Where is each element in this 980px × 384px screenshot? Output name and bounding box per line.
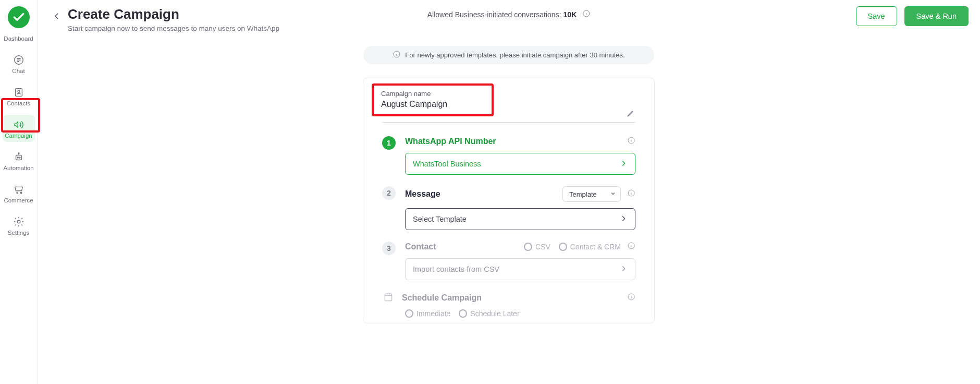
- chevron-right-icon: [619, 214, 628, 224]
- svg-rect-3: [16, 155, 21, 160]
- svg-point-8: [20, 192, 22, 194]
- message-type-selected: Template: [569, 190, 597, 198]
- step-body: Contact CSV Contact & CRM: [405, 242, 635, 280]
- notice-info-icon: [393, 50, 401, 60]
- schedule-radio-row: Immediate Schedule Later: [382, 309, 635, 318]
- calendar-icon: [383, 292, 394, 304]
- sidebar-item-label: Campaign: [5, 133, 32, 139]
- step-api-info-button[interactable]: [627, 136, 635, 147]
- step-api-number: 1 WhatsApp API Number WhatsTool Business: [382, 136, 635, 175]
- main-area: Create Campaign Start campaign now to se…: [38, 0, 980, 384]
- content: For newly approved templates, please ini…: [38, 37, 980, 384]
- sidebar-item-label: Automation: [3, 165, 33, 171]
- info-icon: [627, 136, 635, 145]
- campaign-card: Campaign name August Campaign . 1 WhatsA…: [363, 78, 655, 323]
- radio-icon: [524, 243, 532, 251]
- svg-rect-15: [385, 294, 391, 301]
- step-api-title: WhatsApp API Number: [405, 137, 496, 146]
- svg-point-6: [18, 153, 19, 154]
- sidebar-item-chat[interactable]: Chat: [3, 50, 35, 77]
- template-select-placeholder: Select Template: [413, 215, 467, 223]
- contacts-icon: [13, 87, 24, 98]
- schedule-radio-immediate[interactable]: Immediate: [405, 309, 450, 318]
- step-message: 2 Message Template: [382, 186, 635, 230]
- app-logo[interactable]: [8, 6, 30, 28]
- step-body: WhatsApp API Number WhatsTool Business: [405, 136, 635, 175]
- step-title-row: Message Template: [405, 186, 635, 202]
- pencil-icon: [626, 109, 635, 118]
- commerce-icon: [13, 184, 24, 195]
- logo-check-icon: [12, 10, 26, 24]
- api-number-selected: WhatsTool Business: [413, 160, 481, 168]
- chevron-right-icon: [619, 159, 628, 169]
- step-number-1: 1: [382, 136, 396, 150]
- notice-text: For newly approved templates, please ini…: [405, 51, 624, 59]
- import-contacts-select[interactable]: Import contacts from CSV: [405, 258, 635, 280]
- automation-icon: [13, 151, 24, 163]
- step-schedule-info-button[interactable]: [627, 293, 635, 303]
- step-body: Message Template: [405, 186, 635, 230]
- sidebar-item-automation[interactable]: Automation: [3, 147, 35, 174]
- schedule-radio-later[interactable]: Schedule Later: [459, 309, 519, 318]
- radio-label: Immediate: [416, 309, 450, 318]
- import-placeholder: Import contacts from CSV: [413, 265, 499, 273]
- chevron-right-icon: [619, 265, 628, 274]
- sidebar-item-dashboard[interactable]: Dashboard: [3, 31, 35, 45]
- contact-radio-group: CSV Contact & CRM: [524, 243, 621, 251]
- page-subtitle: Start campaign now to send messages to m…: [68, 25, 279, 32]
- allowance-prefix: Allowed Business-initiated conversations…: [427, 10, 561, 19]
- save-button[interactable]: Save: [856, 6, 897, 26]
- message-type-select[interactable]: Template: [562, 186, 621, 202]
- step-message-title: Message: [405, 189, 440, 199]
- campaign-name-row: .: [382, 93, 635, 123]
- chat-icon: [13, 54, 24, 66]
- notice-banner: For newly approved templates, please ini…: [363, 46, 654, 64]
- step-number-2: 2: [382, 186, 396, 200]
- sidebar-item-label: Dashboard: [4, 35, 33, 42]
- radio-icon: [559, 243, 567, 251]
- schedule-radio-group: Immediate Schedule Later: [405, 309, 635, 318]
- megaphone-icon: [13, 119, 24, 130]
- api-number-select[interactable]: WhatsTool Business: [405, 153, 635, 175]
- page-title: Create Campaign: [68, 6, 279, 22]
- step-contact-controls: CSV Contact & CRM: [524, 242, 635, 252]
- contact-radio-csv[interactable]: CSV: [524, 243, 550, 251]
- gear-icon: [13, 216, 24, 227]
- svg-point-9: [17, 220, 20, 223]
- radio-icon: [405, 309, 413, 318]
- chevron-left-icon: [52, 11, 62, 21]
- sidebar-item-label: Chat: [12, 68, 24, 74]
- topbar: Create Campaign Start campaign now to se…: [38, 0, 980, 37]
- radio-label: CSV: [535, 243, 550, 251]
- title-block: Create Campaign Start campaign now to se…: [68, 6, 279, 32]
- sidebar: Dashboard Chat Contacts Campaign Automat…: [0, 0, 38, 384]
- radio-label: Contact & CRM: [570, 243, 621, 251]
- svg-point-4: [17, 157, 18, 158]
- svg-point-2: [17, 90, 19, 92]
- sidebar-item-commerce[interactable]: Commerce: [3, 179, 35, 207]
- info-icon: [627, 242, 635, 250]
- radio-label: Schedule Later: [470, 309, 519, 318]
- step-message-controls: Template: [562, 186, 635, 202]
- sidebar-item-label: Contacts: [7, 100, 30, 106]
- allowance-info-button[interactable]: [582, 9, 590, 19]
- sidebar-item-settings[interactable]: Settings: [3, 212, 35, 239]
- step-title-row: WhatsApp API Number: [405, 136, 635, 147]
- info-icon: [393, 50, 401, 58]
- step-contact-title: Contact: [405, 242, 436, 251]
- info-icon: [582, 9, 590, 18]
- save-run-button[interactable]: Save & Run: [904, 6, 969, 26]
- contact-radio-crm[interactable]: Contact & CRM: [559, 243, 621, 251]
- sidebar-item-label: Settings: [8, 230, 30, 236]
- sidebar-item-campaign[interactable]: Campaign: [3, 115, 35, 142]
- allowance-text: Allowed Business-initiated conversations…: [427, 9, 591, 19]
- sidebar-item-contacts[interactable]: Contacts: [3, 82, 35, 110]
- step-message-info-button[interactable]: [627, 189, 635, 199]
- step-contact-info-button[interactable]: [627, 242, 635, 252]
- edit-name-button[interactable]: [626, 109, 635, 120]
- template-select[interactable]: Select Template: [405, 208, 635, 230]
- step-schedule-header: Schedule Campaign: [382, 292, 635, 304]
- allowance-value: 10K: [564, 10, 577, 19]
- back-button[interactable]: [49, 8, 65, 24]
- step-contact: 3 Contact CSV C: [382, 242, 635, 280]
